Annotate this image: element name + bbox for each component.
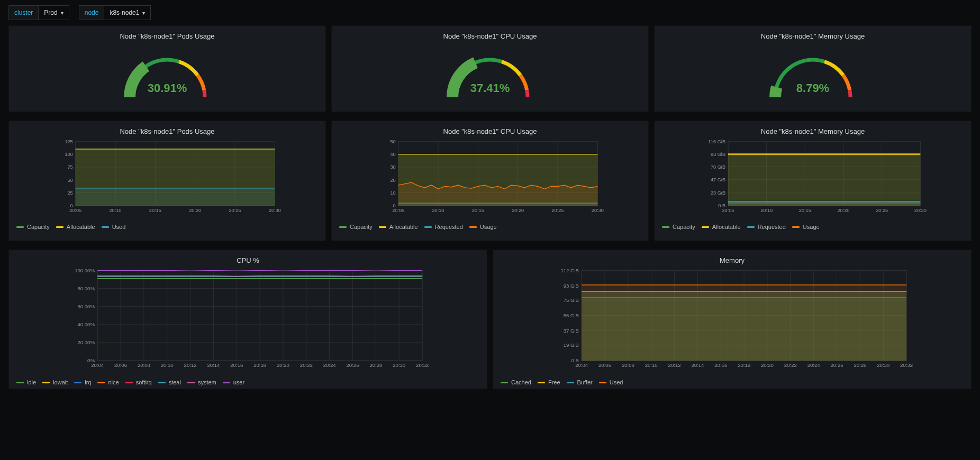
svg-text:20:20: 20:20 (761, 362, 774, 368)
svg-text:20:05: 20:05 (722, 208, 734, 213)
var-cluster-value: Prod (44, 9, 57, 16)
legend-item[interactable]: Requested (747, 224, 786, 230)
svg-text:20:10: 20:10 (161, 362, 174, 368)
svg-text:20:15: 20:15 (799, 208, 811, 213)
legend-label: Allocatable (389, 224, 418, 230)
legend-item[interactable]: irq (74, 379, 91, 385)
timeseries-panel[interactable]: Node "k8s-node1" Memory Usage0 B23 GiB47… (654, 121, 972, 241)
svg-text:100: 100 (65, 152, 72, 157)
legend-item[interactable]: Usage (469, 224, 497, 230)
legend-item[interactable]: Requested (424, 224, 463, 230)
legend-item[interactable]: Used (102, 224, 126, 230)
gauge-value: 8.79% (796, 81, 829, 95)
svg-text:93 GiB: 93 GiB (564, 283, 579, 289)
legend-label: irq (85, 379, 91, 385)
gauge-value: 30.91% (148, 81, 187, 95)
svg-text:20:10: 20:10 (432, 208, 444, 213)
svg-text:93 GiB: 93 GiB (711, 152, 725, 157)
var-cluster-select[interactable]: Prod (39, 5, 69, 20)
svg-text:60.00%: 60.00% (78, 303, 95, 309)
svg-text:20:16: 20:16 (714, 362, 727, 368)
legend-label: iowait (53, 379, 68, 385)
svg-text:20:14: 20:14 (207, 362, 220, 368)
timeseries-row: Node "k8s-node1" Pods Usage0255075100125… (0, 121, 980, 250)
svg-text:20:30: 20:30 (393, 362, 405, 368)
legend-label: nice (108, 379, 119, 385)
svg-text:20:22: 20:22 (784, 362, 797, 368)
legend-label: Requested (435, 224, 463, 230)
legend-item[interactable]: Allocatable (56, 224, 95, 230)
svg-text:20:08: 20:08 (138, 362, 150, 368)
panel-title: Node "k8s-node1" Memory Usage (659, 30, 967, 44)
svg-text:100.00%: 100.00% (75, 269, 95, 273)
svg-text:75 GiB: 75 GiB (564, 297, 579, 303)
svg-text:80.00%: 80.00% (78, 286, 95, 291)
svg-text:20:32: 20:32 (416, 362, 429, 368)
svg-text:125: 125 (65, 140, 72, 144)
var-cluster-label: cluster (8, 5, 39, 20)
legend-item[interactable]: Usage (792, 224, 820, 230)
timeseries-panel[interactable]: Node "k8s-node1" Pods Usage0255075100125… (8, 121, 326, 241)
svg-text:19 GiB: 19 GiB (564, 342, 579, 348)
svg-text:20.00%: 20.00% (78, 339, 95, 345)
legend-item[interactable]: iowait (42, 379, 68, 385)
panel-title: Node "k8s-node1" Pods Usage (13, 30, 321, 44)
svg-text:20:14: 20:14 (691, 362, 704, 368)
legend-item[interactable]: Capacity (339, 224, 373, 230)
svg-text:20:12: 20:12 (184, 362, 197, 368)
timeseries-panel[interactable]: Node "k8s-node1" CPU Usage0102030405020:… (331, 121, 649, 241)
legend-item[interactable]: Free (538, 379, 560, 385)
panel-title: Node "k8s-node1" Pods Usage (13, 125, 321, 140)
svg-text:20:24: 20:24 (807, 362, 821, 368)
legend-label: softirq (136, 379, 152, 385)
legend-item[interactable]: softirq (125, 379, 152, 385)
legend: idleiowaitirqnicesoftirqstealsystemuser (13, 376, 483, 387)
svg-text:20:30: 20:30 (877, 362, 890, 368)
legend-item[interactable]: Buffer (567, 379, 593, 385)
legend-item[interactable]: Capacity (16, 224, 50, 230)
svg-text:20:20: 20:20 (838, 208, 850, 213)
gauge-panel[interactable]: Node "k8s-node1" CPU Usage37.41% (331, 25, 649, 112)
timeseries-panel-wide[interactable]: CPU %0%20.00%40.00%60.00%80.00%100.00%20… (8, 250, 487, 389)
gauge-panel[interactable]: Node "k8s-node1" Pods Usage30.91% (8, 25, 326, 112)
legend-item[interactable]: user (223, 379, 244, 385)
legend-item[interactable]: steal (158, 379, 181, 385)
svg-text:20:18: 20:18 (253, 362, 266, 368)
legend-label: steal (169, 379, 181, 385)
legend-item[interactable]: Used (599, 379, 623, 385)
legend-item[interactable]: Capacity (662, 224, 695, 230)
legend-label: Used (610, 379, 623, 385)
svg-text:40: 40 (390, 152, 395, 157)
legend-item[interactable]: Cached (501, 379, 531, 385)
legend-item[interactable]: system (187, 379, 216, 385)
panel-title: Memory (497, 254, 967, 269)
wide-row: CPU %0%20.00%40.00%60.00%80.00%100.00%20… (0, 250, 980, 398)
svg-text:20:20: 20:20 (189, 208, 201, 213)
svg-text:50: 50 (390, 140, 395, 144)
svg-text:20:15: 20:15 (149, 208, 161, 213)
var-node-select[interactable]: k8s-node1 (104, 5, 151, 20)
legend-item[interactable]: idle (16, 379, 36, 385)
gauge: 37.41% (336, 44, 644, 108)
legend-item[interactable]: Allocatable (702, 224, 741, 230)
gauge-panel[interactable]: Node "k8s-node1" Memory Usage8.79% (654, 25, 972, 112)
legend-item[interactable]: nice (97, 379, 119, 385)
gauge-row: Node "k8s-node1" Pods Usage30.91%Node "k… (0, 25, 980, 121)
svg-text:20:28: 20:28 (854, 362, 866, 368)
legend-label: Requested (758, 224, 786, 230)
svg-text:20:16: 20:16 (230, 362, 243, 368)
timeseries-panel-wide[interactable]: Memory0 B19 GiB37 GiB56 GiB75 GiB93 GiB1… (493, 250, 972, 389)
svg-text:20:20: 20:20 (512, 208, 524, 213)
svg-text:70 GiB: 70 GiB (711, 164, 725, 170)
legend-label: Used (112, 224, 126, 230)
legend-label: Cached (511, 379, 531, 385)
legend-item[interactable]: Allocatable (379, 224, 418, 230)
legend: CapacityAllocatableRequestedUsage (336, 220, 644, 231)
svg-text:20:10: 20:10 (645, 362, 658, 368)
var-node-label: node (79, 5, 105, 20)
svg-text:20:18: 20:18 (738, 362, 750, 368)
legend: CapacityAllocatableRequestedUsage (659, 220, 967, 231)
svg-text:20:32: 20:32 (900, 362, 913, 368)
chart-plot: 0%20.00%40.00%60.00%80.00%100.00%20:0420… (13, 269, 483, 376)
svg-text:20:04: 20:04 (91, 362, 104, 368)
